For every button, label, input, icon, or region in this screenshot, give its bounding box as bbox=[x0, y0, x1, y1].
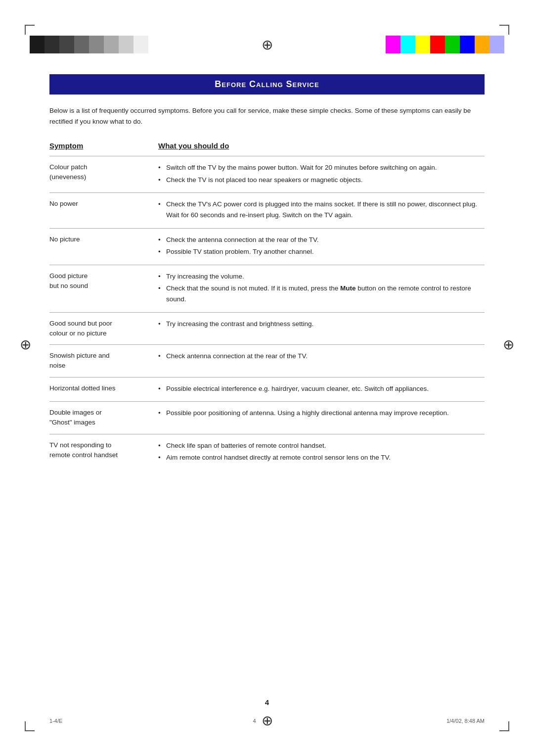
color-block-r2 bbox=[400, 36, 415, 53]
action-item: Check life span of batteries of remote c… bbox=[158, 440, 485, 451]
color-block-6 bbox=[104, 36, 119, 53]
action-cell: Try increasing the volume.Check that the… bbox=[158, 271, 485, 306]
action-cell: Possible poor positioning of antenna. Us… bbox=[158, 408, 485, 420]
action-cell: Try increasing the contrast and brightne… bbox=[158, 319, 485, 331]
service-row: Good picturebut no soundTry increasing t… bbox=[49, 265, 485, 312]
crosshair-left: ⊕ bbox=[20, 336, 31, 353]
color-block-r8 bbox=[490, 36, 504, 53]
color-block-r6 bbox=[460, 36, 475, 53]
action-cell: Switch off the TV by the mains power but… bbox=[158, 162, 485, 187]
top-bar: ⊕ bbox=[0, 30, 534, 59]
action-item: Aim remote control handset directly at r… bbox=[158, 452, 485, 463]
action-cell: Check the TV's AC power cord is plugged … bbox=[158, 199, 485, 222]
page-title: Before Calling Service bbox=[49, 74, 485, 94]
service-rows: Colour patch(uneveness)Switch off the TV… bbox=[49, 156, 485, 471]
color-block-r5 bbox=[445, 36, 460, 53]
symptom-cell: No picture bbox=[49, 235, 158, 244]
crosshair-right: ⊕ bbox=[503, 336, 514, 353]
action-cell: Possible electrical interference e.g. ha… bbox=[158, 383, 485, 396]
symptom-cell: Good picturebut no sound bbox=[49, 271, 158, 291]
right-color-blocks bbox=[386, 36, 504, 53]
service-row: Snowish picture andnoiseCheck antenna co… bbox=[49, 344, 485, 377]
footer-right: 1/4/02, 8:48 AM bbox=[446, 718, 485, 724]
service-row: Horizontal dotted linesPossible electric… bbox=[49, 377, 485, 402]
intro-text: Below is a list of frequently occurred s… bbox=[49, 105, 485, 127]
symptom-cell: Double images or"Ghost" images bbox=[49, 408, 158, 428]
color-block-r1 bbox=[386, 36, 400, 53]
color-block-2 bbox=[44, 36, 59, 53]
crosshair-center-top: ⊕ bbox=[257, 35, 277, 54]
action-item: Try increasing the contrast and brightne… bbox=[158, 319, 485, 330]
symptom-cell: Colour patch(uneveness) bbox=[49, 162, 158, 183]
corner-mark-bl bbox=[25, 721, 35, 731]
action-item: Possible electrical interference e.g. ha… bbox=[158, 383, 485, 394]
footer-left: 1-4/E bbox=[49, 718, 62, 724]
color-block-4 bbox=[74, 36, 89, 53]
service-row: Good sound but poorcolour or no pictureT… bbox=[49, 312, 485, 345]
action-item: Possible TV station problem. Try another… bbox=[158, 246, 485, 257]
color-block-5 bbox=[89, 36, 104, 53]
table-header: Symptom What you should do bbox=[49, 142, 485, 152]
service-row: TV not responding toremote control hands… bbox=[49, 434, 485, 471]
action-item: Check the TV is not placed too near spea… bbox=[158, 175, 485, 186]
footer-center: 4 bbox=[253, 718, 256, 724]
color-block-r3 bbox=[415, 36, 430, 53]
main-content: Before Calling Service Below is a list o… bbox=[49, 74, 485, 697]
color-block-r7 bbox=[475, 36, 490, 53]
action-cell: Check life span of batteries of remote c… bbox=[158, 440, 485, 465]
action-item: Try increasing the volume. bbox=[158, 271, 485, 282]
symptom-cell: Snowish picture andnoise bbox=[49, 351, 158, 371]
service-row: Double images or"Ghost" imagesPossible p… bbox=[49, 401, 485, 434]
color-block-1 bbox=[30, 36, 44, 53]
action-item: Check that the sound is not muted. If it… bbox=[158, 283, 485, 304]
action-cell: Check the antenna connection at the rear… bbox=[158, 235, 485, 259]
page-number: 4 bbox=[265, 698, 269, 707]
action-item: Check antenna connection at the rear of … bbox=[158, 351, 485, 362]
action-item: Check the antenna connection at the rear… bbox=[158, 235, 485, 245]
symptom-header: Symptom bbox=[49, 142, 158, 150]
action-cell: Check antenna connection at the rear of … bbox=[158, 351, 485, 363]
service-row: No pictureCheck the antenna connection a… bbox=[49, 228, 485, 265]
action-item: Possible poor positioning of antenna. Us… bbox=[158, 408, 485, 419]
action-header: What you should do bbox=[158, 142, 485, 150]
action-item: Switch off the TV by the mains power but… bbox=[158, 162, 485, 173]
left-color-blocks bbox=[30, 36, 148, 53]
color-block-8 bbox=[134, 36, 148, 53]
footer: 1-4/E 4 1/4/02, 8:48 AM bbox=[49, 718, 485, 724]
action-item: Check the TV's AC power cord is plugged … bbox=[158, 199, 485, 220]
symptom-cell: No power bbox=[49, 199, 158, 209]
color-block-7 bbox=[119, 36, 134, 53]
service-row: No powerCheck the TV's AC power cord is … bbox=[49, 192, 485, 228]
symptom-cell: Good sound but poorcolour or no picture bbox=[49, 319, 158, 339]
color-block-r4 bbox=[430, 36, 445, 53]
corner-mark-br bbox=[499, 721, 509, 731]
color-block-3 bbox=[59, 36, 74, 53]
symptom-cell: TV not responding toremote control hands… bbox=[49, 440, 158, 461]
service-row: Colour patch(uneveness)Switch off the TV… bbox=[49, 156, 485, 192]
symptom-cell: Horizontal dotted lines bbox=[49, 383, 158, 393]
